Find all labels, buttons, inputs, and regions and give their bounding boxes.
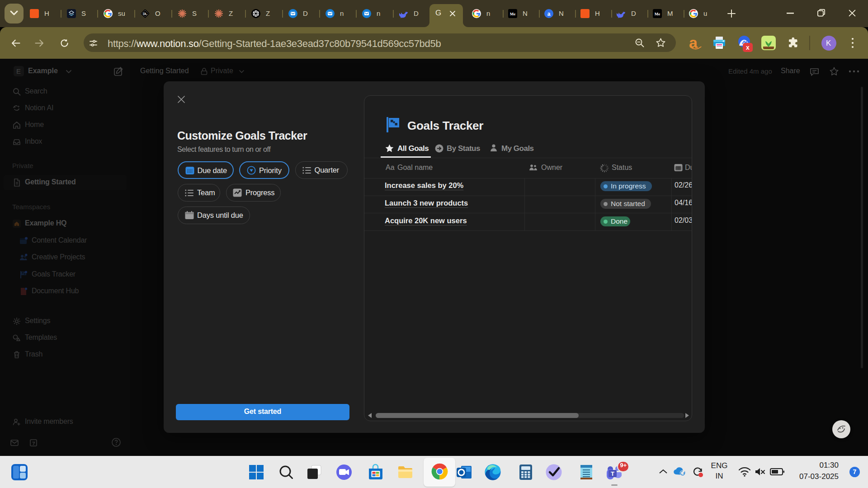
svg-text:x: x — [746, 44, 750, 51]
svg-text:Me: Me — [655, 12, 660, 16]
svg-text:Me: Me — [510, 12, 516, 16]
svg-text:T: T — [611, 470, 614, 477]
svg-text:a: a — [547, 11, 551, 17]
svg-text:DL: DL — [143, 12, 147, 15]
